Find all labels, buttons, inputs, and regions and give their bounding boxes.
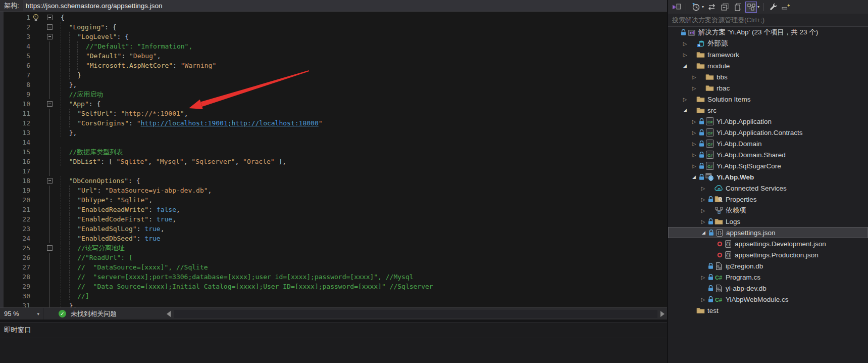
expander-collapsed-icon[interactable]: [681, 97, 689, 102]
tree-item-yi.abp.domain[interactable]: C#Yi.Abp.Domain: [668, 138, 868, 149]
lightbulb-slot: [30, 89, 41, 99]
document-health-indicator[interactable]: 未找到相关问题: [59, 309, 117, 319]
tree-item-依赖项[interactable]: 依赖项: [668, 205, 868, 216]
expander-collapsed-icon[interactable]: [690, 141, 698, 147]
tree-item-yi.abp.application[interactable]: C#Yi.Abp.Application: [668, 116, 868, 127]
tree-item-rbac[interactable]: rbac: [668, 82, 868, 94]
quick-actions-lightbulb-icon[interactable]: [30, 13, 41, 22]
tree-item-solution-items[interactable]: Solution Items: [668, 94, 868, 105]
tree-item-yi.abp.sqlsugarcore[interactable]: C#Yi.Abp.SqlSugarCore: [668, 160, 868, 171]
horizontal-scrollbar[interactable]: [167, 309, 665, 319]
expander-collapsed-icon[interactable]: [681, 52, 689, 58]
scrollbar-track[interactable]: [174, 310, 657, 318]
lightbulb-slot: [30, 32, 41, 41]
expander-expanded-icon[interactable]: [700, 230, 707, 235]
chevron-down-icon[interactable]: [757, 5, 759, 9]
tree-item-program.cs[interactable]: C#Program.cs: [668, 271, 868, 283]
fold-guide-line: [49, 205, 50, 214]
tree-item-appsettings.production.json[interactable]: {}appsettings.Production.json: [668, 249, 868, 260]
expander-expanded-icon[interactable]: [690, 174, 698, 179]
expander-collapsed-icon[interactable]: [699, 275, 707, 280]
expander-collapsed-icon[interactable]: [681, 41, 689, 47]
tree-item-yiabpwebmodule.cs[interactable]: C#YiAbpWebModule.cs: [668, 294, 868, 305]
indent-guide: [69, 214, 78, 223]
lock-icon: [698, 174, 705, 180]
tree-item-bbs[interactable]: bbs: [668, 71, 868, 82]
tree-item-connected-services[interactable]: Connected Services: [668, 183, 868, 194]
tree-item-yi.abp.domain.shared[interactable]: C#Yi.Abp.Domain.Shared: [668, 149, 868, 160]
fold-collapse-icon[interactable]: [47, 15, 53, 20]
fold-guide-line: [49, 147, 50, 157]
lightbulb-slot: [30, 214, 41, 224]
folder-icon: [696, 107, 705, 114]
tree-item-appsettings.development.json[interactable]: {}appsettings.Development.json: [668, 238, 868, 249]
fold-margin: [45, 61, 54, 70]
tree-item-properties[interactable]: Properties: [668, 194, 868, 205]
expander-collapsed-icon[interactable]: [690, 163, 698, 169]
scroll-right-icon[interactable]: [660, 311, 665, 317]
code-line-24: 24"EnabledDbSeed": true: [4, 234, 667, 243]
expander-expanded-icon[interactable]: [681, 108, 689, 113]
expander-collapsed-icon[interactable]: [699, 186, 707, 191]
scroll-left-icon[interactable]: [167, 311, 171, 317]
tree-item-module[interactable]: module: [668, 60, 868, 71]
indent-guide: [69, 291, 78, 300]
tree-item-外部源[interactable]: 外部源: [668, 38, 868, 49]
fold-guide-line: [49, 51, 50, 61]
folder-icon: [696, 307, 705, 314]
immediate-window-panel[interactable]: 即时窗口: [0, 323, 667, 363]
code-text: "EnabledReadWrite": false,: [61, 205, 180, 214]
sync-arrows-icon[interactable]: [706, 2, 718, 13]
properties-wrench-icon[interactable]: [768, 2, 779, 13]
code-text: "CorsOrigins": "http://localhost:19001;h…: [61, 118, 323, 128]
tree-item-src[interactable]: src: [668, 105, 868, 116]
expander-collapsed-icon[interactable]: [690, 85, 698, 91]
code-line-11: 11"SelfUrl": "http://*:19001",: [4, 109, 667, 118]
fold-collapse-icon[interactable]: [47, 245, 53, 251]
expander-expanded-icon[interactable]: [681, 63, 689, 68]
expander-collapsed-icon[interactable]: [690, 119, 698, 124]
code-line-15: 15//数据库类型列表: [4, 147, 667, 157]
expander-collapsed-icon[interactable]: [699, 297, 707, 302]
fold-collapse-icon[interactable]: [47, 34, 53, 39]
sync-with-active-document-icon[interactable]: [745, 2, 757, 13]
expander-collapsed-icon[interactable]: [690, 74, 698, 80]
collapse-all-icon[interactable]: [719, 2, 731, 13]
preview-selected-items-icon[interactable]: [781, 2, 792, 13]
chevron-down-icon[interactable]: [702, 5, 704, 9]
zoom-level-combo[interactable]: 95 %: [0, 308, 43, 320]
code-editor[interactable]: 1{2"Logging": {3"LogLevel": {4//"Default…: [0, 12, 667, 307]
switch-views-icon[interactable]: [671, 2, 682, 13]
tree-item-yi-abp-dev.db[interactable]: yi-abp-dev.db: [668, 283, 868, 294]
indent-guide: [69, 195, 78, 204]
expander-collapsed-icon[interactable]: [690, 130, 698, 135]
lightbulb-slot: [30, 253, 41, 262]
tree-item-framework[interactable]: framework: [668, 49, 868, 60]
fold-margin: [45, 80, 54, 89]
show-all-files-icon[interactable]: [732, 2, 744, 13]
schema-url-combo[interactable]: https://json.schemastore.org/appsettings…: [23, 0, 667, 11]
tree-item-yi.abp.application.contracts[interactable]: C#Yi.Abp.Application.Contracts: [668, 127, 868, 138]
tree-item-test[interactable]: test: [668, 305, 868, 316]
fold-collapse-icon[interactable]: [47, 101, 53, 107]
pending-changes-filter-icon[interactable]: [690, 2, 701, 13]
tree-item-appsettings.json[interactable]: {}appsettings.json: [668, 227, 868, 238]
search-input[interactable]: [668, 16, 868, 24]
expander-collapsed-icon[interactable]: [699, 208, 707, 213]
expander-collapsed-icon[interactable]: [690, 152, 698, 158]
folder-icon: [696, 63, 705, 69]
tree-item-ip2region.db[interactable]: ip2region.db: [668, 260, 868, 271]
folder-icon: [714, 218, 724, 225]
line-number: 8: [4, 80, 30, 89]
fold-guide-line: [49, 301, 50, 307]
fold-guide-line: [49, 61, 50, 70]
tree-item-label: Program.cs: [724, 274, 760, 281]
expander-collapsed-icon[interactable]: [699, 219, 707, 224]
tree-item-logs[interactable]: Logs: [668, 216, 868, 227]
fold-collapse-icon[interactable]: [47, 178, 53, 184]
expander-collapsed-icon[interactable]: [699, 197, 707, 202]
tree-item-解决方案-yi.abp-23-个项目-共-23-个-[interactable]: 解决方案 'Yi.Abp' (23 个项目，共 23 个): [668, 27, 868, 38]
line-number: 30: [4, 291, 30, 301]
fold-collapse-icon[interactable]: [47, 24, 53, 30]
tree-item-yi.abp.web[interactable]: Yi.Abp.Web: [668, 171, 868, 183]
